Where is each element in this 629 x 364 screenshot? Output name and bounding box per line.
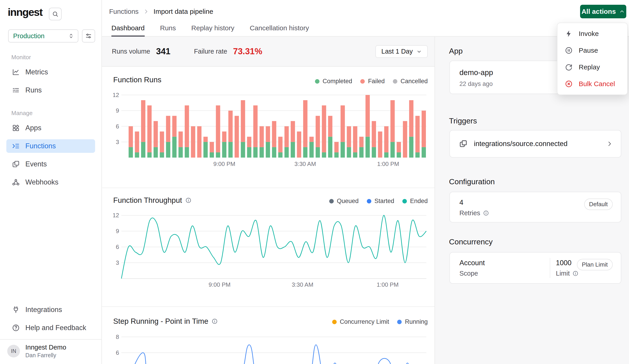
menu-item-label: Invoke	[579, 30, 599, 38]
legend-label: Queued	[337, 198, 359, 205]
function-runs-chart: 369129:00 PM3:30 AM1:00 PM	[113, 91, 428, 170]
functions-icon	[12, 142, 20, 150]
legend-label: Cancelled	[401, 78, 428, 85]
section-divider	[102, 188, 435, 188]
menu-item-pause[interactable]: Pause	[557, 42, 627, 59]
search-button[interactable]	[49, 8, 62, 20]
sidebar-item-help-and-feedback[interactable]: Help and Feedback	[6, 321, 95, 335]
env-filter-button[interactable]	[82, 29, 95, 42]
menu-item-invoke[interactable]: Invoke	[557, 25, 627, 42]
configuration-card: 4 Retries Default	[450, 192, 621, 222]
legend-item-queued: Queued	[329, 198, 359, 205]
sidebar-item-apps[interactable]: Apps	[6, 121, 95, 135]
legend-label: Completed	[323, 78, 352, 85]
sidebar-item-label: Integrations	[25, 306, 62, 314]
triggers-heading: Triggers	[449, 116, 477, 125]
svg-text:8: 8	[116, 334, 119, 340]
concurrency-card: Account Scope 1000 Limit Plan Limit	[450, 252, 621, 284]
trigger-card[interactable]: integrations/source.connected	[450, 130, 621, 158]
runs-volume-value: 341	[156, 47, 170, 56]
breadcrumb-functions[interactable]: Functions	[109, 8, 139, 15]
sidebar-item-label: Metrics	[25, 68, 48, 76]
menu-item-bulk-cancel[interactable]: Bulk Cancel	[557, 76, 627, 92]
environment-select[interactable]: Production	[8, 29, 78, 42]
apps-icon	[12, 124, 20, 132]
app-age: 22 days ago	[460, 81, 493, 88]
sidebar-item-metrics[interactable]: Metrics	[6, 65, 95, 79]
dashboard-main: Runs volume 341 Failure rate 73.31% Last…	[102, 37, 435, 364]
step-running-title: Step Running - Point in Time	[113, 317, 218, 326]
time-range-select[interactable]: Last 1 Day	[375, 45, 428, 58]
svg-text:3: 3	[116, 139, 119, 145]
trigger-name: integrations/source.connected	[474, 140, 568, 148]
card-divider	[550, 258, 550, 278]
metrics-icon	[12, 68, 20, 76]
user-menu[interactable]: IN Inngest Demo Dan Farrelly	[0, 340, 101, 363]
step-running-legend: Concurrency LimitRunning	[332, 318, 428, 325]
svg-text:1:00 PM: 1:00 PM	[377, 281, 399, 288]
tab-cancellation-history[interactable]: Cancellation history	[250, 24, 309, 37]
chevron-right-icon	[143, 8, 149, 14]
legend-dot	[360, 79, 365, 84]
legend-dot	[367, 199, 371, 203]
bolt-icon	[565, 30, 573, 38]
info-icon	[185, 197, 191, 203]
sidebar: inngest Production MonitorMetricsRunsMan…	[0, 0, 102, 364]
legend-dot	[402, 199, 407, 203]
legend-item-ended: Ended	[402, 198, 428, 205]
legend-item-failed: Failed	[360, 78, 385, 85]
svg-text:3:30 AM: 3:30 AM	[292, 281, 313, 288]
search-icon	[52, 11, 58, 17]
sidebar-section-manage: Manage	[11, 110, 101, 117]
all-actions-label: All actions	[582, 8, 616, 15]
tab-runs[interactable]: Runs	[160, 24, 176, 37]
svg-text:6: 6	[116, 244, 119, 250]
org-name: Inngest Demo	[25, 344, 66, 351]
info-icon	[572, 271, 579, 276]
sidebar-item-functions[interactable]: Functions	[6, 139, 95, 153]
svg-text:6: 6	[116, 349, 119, 356]
svg-text:9: 9	[116, 107, 119, 114]
app-heading: App	[449, 47, 463, 55]
scope-label: Scope	[460, 270, 478, 277]
integrations-icon	[12, 306, 20, 314]
replay-icon	[565, 63, 573, 71]
legend-dot	[329, 199, 334, 203]
legend-item-completed: Completed	[315, 78, 352, 85]
stats-row: Runs volume 341 Failure rate 73.31% Last…	[102, 37, 435, 67]
all-actions-menu: InvokePauseReplayBulk Cancel	[557, 23, 628, 95]
svg-text:3:30 AM: 3:30 AM	[294, 161, 316, 167]
sidebar-section-monitor: Monitor	[11, 54, 101, 61]
menu-item-label: Pause	[579, 47, 598, 54]
menu-item-replay[interactable]: Replay	[557, 59, 627, 76]
sidebar-item-label: Functions	[25, 142, 56, 150]
legend-item-concurrency-limit: Concurrency Limit	[332, 318, 389, 325]
user-name: Dan Farrelly	[25, 352, 66, 359]
webhooks-icon	[12, 178, 20, 186]
environment-label: Production	[13, 32, 45, 40]
sidebar-item-runs[interactable]: Runs	[6, 84, 95, 97]
sidebar-item-webhooks[interactable]: Webhooks	[6, 176, 95, 189]
function-throughput-legend: QueuedStartedEnded	[329, 198, 428, 205]
legend-label: Running	[405, 318, 428, 325]
function-runs-legend: CompletedFailedCancelled	[315, 78, 428, 85]
failure-rate-label: Failure rate	[194, 48, 227, 55]
cancel-icon	[565, 80, 573, 88]
runs-icon	[12, 86, 20, 94]
tab-replay-history[interactable]: Replay history	[191, 24, 234, 37]
sidebar-item-label: Webhooks	[25, 178, 58, 186]
avatar: IN	[7, 345, 20, 358]
failure-rate-value: 73.31%	[233, 47, 262, 56]
sidebar-item-events[interactable]: Events	[6, 157, 95, 171]
pause-icon	[565, 46, 573, 55]
limit-value: 1000	[556, 259, 572, 267]
all-actions-button[interactable]: All actions	[580, 5, 626, 18]
svg-text:9: 9	[116, 228, 119, 234]
tab-dashboard[interactable]: Dashboard	[111, 24, 145, 37]
legend-dot	[332, 320, 337, 324]
sidebar-item-integrations[interactable]: Integrations	[6, 303, 95, 317]
svg-text:9:00 PM: 9:00 PM	[208, 281, 230, 288]
legend-label: Failed	[368, 78, 385, 85]
function-runs-title: Function Runs	[113, 76, 161, 84]
retries-value: 4	[460, 198, 463, 207]
